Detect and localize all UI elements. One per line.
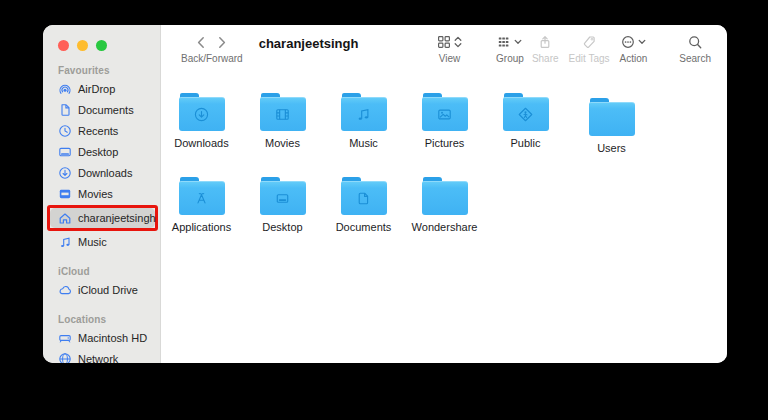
public-glyph [516,105,535,124]
sidebar-item-airdrop[interactable]: AirDrop [50,79,156,99]
grid-view-icon [437,35,451,49]
sidebar-item-label: Recents [78,125,118,137]
folder-movies[interactable]: Movies [242,93,323,177]
folder-label: Downloads [174,137,228,149]
folder-music[interactable]: Music [323,93,404,177]
folder-downloads[interactable]: Downloads [161,93,242,177]
back-forward-label: Back/Forward [181,53,243,64]
folder-body [341,97,387,131]
folder-label: Music [349,137,378,149]
sidebar-item-charanjeetsingh[interactable]: charanjeetsingh [50,208,155,228]
sidebar-item-macintosh-hd[interactable]: Macintosh HD [50,328,156,348]
music-icon [58,235,72,249]
sidebar-item-label: Documents [78,104,134,116]
traffic-lights [58,40,160,51]
folder-body [422,97,468,131]
share-icon [538,35,552,49]
sidebar-section-label: Favourites [58,65,160,76]
folder-grid: DownloadsMoviesMusicPicturesPublicUsersA… [161,93,727,261]
minimize-button[interactable] [77,40,88,51]
cloud-icon [58,283,72,297]
close-button[interactable] [58,40,69,51]
sidebar-item-label: AirDrop [78,83,115,95]
folder-icon [341,177,387,215]
forward-button[interactable] [217,36,227,49]
folder-label: Movies [265,137,300,149]
view-button[interactable]: View [437,34,462,64]
back-forward-group: Back/Forward [181,34,243,64]
tags-button: Edit Tags [569,34,610,64]
desktop-background: { "window": { "title": "charanjeetsingh"… [0,0,768,420]
sidebar-sections: FavouritesAirDropDocumentsRecentsDesktop… [43,65,160,363]
group-button[interactable]: Group [496,34,524,64]
folder-users[interactable]: Users [571,98,652,182]
film-icon [58,187,72,201]
action-button[interactable]: Action [620,34,648,64]
document-glyph [354,189,373,208]
finder-window: FavouritesAirDropDocumentsRecentsDesktop… [43,25,727,363]
folder-desktop[interactable]: Desktop [242,177,323,261]
zoom-button[interactable] [96,40,107,51]
sidebar-section-label: Locations [58,314,160,325]
folder-body [503,97,549,131]
search-icon [688,35,702,49]
folder-icon [260,177,306,215]
search-button[interactable]: Search [679,34,711,64]
folder-view: DownloadsMoviesMusicPicturesPublicUsersA… [161,78,727,363]
tag-icon [582,35,596,49]
folder-icon [503,93,549,131]
toolbar-tools: ViewGroupShareEdit TagsActionSearch [437,34,711,64]
folder-label: Pictures [425,137,465,149]
sidebar-item-music[interactable]: Music [50,232,156,252]
folder-body [341,181,387,215]
folder-icon [422,93,468,131]
folder-label: Public [511,137,541,149]
back-button[interactable] [196,36,206,49]
annotation-red-box: charanjeetsingh [47,205,158,231]
share-button: Share [532,34,559,64]
folder-icon [422,177,468,215]
group-label: Group [496,53,524,64]
folder-applications[interactable]: Applications [161,177,242,261]
desktop-glyph [273,189,292,208]
folder-body [260,97,306,131]
main-pane: Back/Forward charanjeetsingh ViewGroupSh… [161,25,727,363]
sidebar-item-downloads[interactable]: Downloads [50,163,156,183]
sidebar-item-documents[interactable]: Documents [50,100,156,120]
film-glyph [273,105,292,124]
clock-icon [58,124,72,138]
folder-label: Applications [172,221,231,233]
folder-body [179,181,225,215]
folder-icon [179,177,225,215]
sidebar-item-movies[interactable]: Movies [50,184,156,204]
sidebar-item-label: Music [78,236,107,248]
sidebar-item-recents[interactable]: Recents [50,121,156,141]
folder-public[interactable]: Public [485,93,566,177]
sidebar-item-desktop[interactable]: Desktop [50,142,156,162]
folder-pictures[interactable]: Pictures [404,93,485,177]
folder-wondershare[interactable]: Wondershare [404,177,485,261]
folder-body [260,181,306,215]
picture-glyph [435,105,454,124]
sidebar-item-network[interactable]: Network [50,349,156,363]
folder-icon [260,93,306,131]
action-label: Action [620,53,648,64]
action-icon [621,35,635,49]
sidebar-item-label: Macintosh HD [78,332,147,344]
applications-glyph [192,189,211,208]
sidebar-item-label: charanjeetsingh [78,212,156,224]
sidebar-item-label: Desktop [78,146,118,158]
folder-icon [589,98,635,136]
airdrop-icon [58,82,72,96]
folder-icon [179,93,225,131]
desktop-icon [58,145,72,159]
globe-icon [58,352,72,363]
download-glyph [192,105,211,124]
sidebar-item-icloud-drive[interactable]: iCloud Drive [50,280,156,300]
folder-documents[interactable]: Documents [323,177,404,261]
folder-body [422,181,468,215]
folder-label: Users [597,142,626,154]
window-title: charanjeetsingh [259,36,359,51]
sidebar-item-label: Downloads [78,167,132,179]
chevron-down-icon [514,39,522,45]
